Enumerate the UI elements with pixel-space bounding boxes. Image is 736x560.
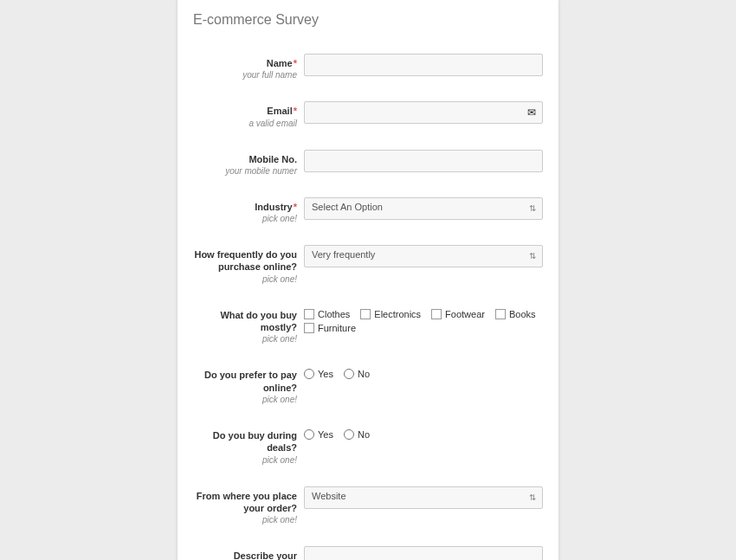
place-order-hint: pick one! — [193, 514, 297, 525]
radio-pay-no[interactable]: No — [344, 369, 370, 379]
radio-pay-yes[interactable]: Yes — [304, 369, 333, 379]
email-hint: a valid email — [193, 118, 297, 129]
field-industry: Industry* pick one! Select An Option ⇅ — [193, 197, 543, 224]
form-title: E-commerce Survey — [193, 12, 543, 28]
email-label: Email* — [193, 105, 297, 117]
survey-form: E-commerce Survey Name* your full name E… — [178, 0, 558, 560]
field-place-order: From where you place your order? pick on… — [193, 486, 543, 526]
place-order-select[interactable]: Website — [304, 486, 543, 509]
mobile-hint: your mobile numer — [193, 165, 297, 177]
frequency-hint: pick one! — [193, 274, 297, 285]
name-label: Name* — [193, 57, 297, 69]
check-furniture[interactable]: Furniture — [304, 323, 543, 333]
name-hint: your full name — [193, 69, 297, 80]
pay-online-options: Yes No — [304, 365, 543, 379]
field-pay-online: Do you prefer to pay online? pick one! Y… — [193, 365, 543, 405]
mobile-input[interactable] — [304, 150, 543, 172]
during-deals-hint: pick one! — [193, 454, 297, 466]
buy-mostly-hint: pick one! — [193, 333, 297, 344]
during-deals-options: Yes No — [304, 426, 543, 440]
industry-select[interactable]: Select An Option — [304, 197, 543, 220]
field-email: Email* a valid email ✉ — [193, 101, 543, 128]
field-name: Name* your full name — [193, 54, 543, 80]
frequency-select[interactable]: Very frequently — [304, 245, 543, 267]
during-deals-label: Do you buy during deals? — [193, 429, 297, 454]
describe-label: Describe your shopping experience. — [193, 550, 297, 560]
radio-deals-yes[interactable]: Yes — [304, 429, 333, 440]
buy-mostly-label: What do you buy mostly? — [193, 309, 297, 334]
pay-online-label: Do you prefer to pay online? — [193, 369, 297, 394]
field-describe: Describe your shopping experience. more … — [193, 546, 543, 560]
email-input[interactable] — [304, 101, 543, 124]
pay-online-hint: pick one! — [193, 394, 297, 405]
check-books[interactable]: Books — [495, 309, 536, 319]
check-footwear[interactable]: Footwear — [431, 309, 485, 319]
describe-textarea[interactable] — [304, 546, 543, 560]
field-during-deals: Do you buy during deals? pick one! Yes N… — [193, 426, 543, 466]
name-input[interactable] — [304, 54, 543, 76]
buy-mostly-options: Clothes Electronics Footwear Books Furni… — [304, 306, 543, 333]
radio-deals-no[interactable]: No — [344, 429, 370, 440]
industry-hint: pick one! — [193, 213, 297, 224]
field-buy-mostly: What do you buy mostly? pick one! Clothe… — [193, 306, 543, 345]
check-clothes[interactable]: Clothes — [304, 309, 350, 319]
industry-label: Industry* — [193, 201, 297, 213]
field-mobile: Mobile No. your mobile numer — [193, 150, 543, 177]
check-electronics[interactable]: Electronics — [360, 309, 421, 319]
field-frequency: How frequently do you purchase online? p… — [193, 245, 543, 285]
mobile-label: Mobile No. — [193, 153, 297, 165]
place-order-label: From where you place your order? — [193, 490, 297, 515]
frequency-label: How frequently do you purchase online? — [193, 248, 297, 274]
